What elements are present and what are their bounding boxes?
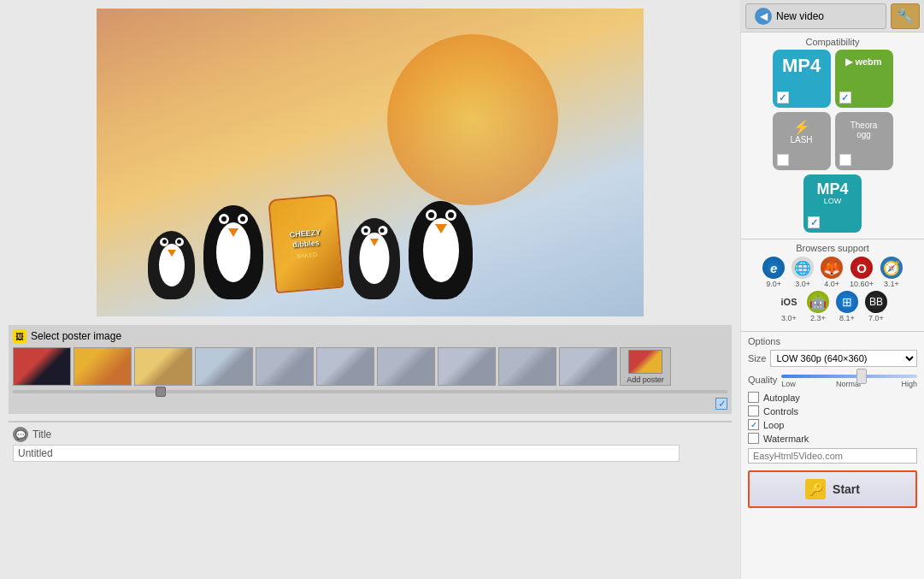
browser-chrome: 🌐 3.0+ (792, 257, 814, 288)
browser-row-1: e 9.0+ 🌐 3.0+ 🦊 4.0+ O 10.60+ 🧭 3.1+ (748, 257, 917, 288)
format-tile-mp4[interactable]: MP4 (773, 50, 831, 108)
autoplay-row: Autoplay (748, 392, 917, 403)
format-mp4low-sub: LOW (824, 197, 842, 205)
android-icon: 🤖 (807, 291, 829, 313)
thumbnail-7[interactable] (438, 347, 496, 386)
size-select[interactable]: LOW 360p (640×360) HD 720p (1280×720) HD… (770, 350, 917, 367)
watermark-row: Watermark (748, 433, 917, 444)
thumbnail-6[interactable] (377, 347, 435, 386)
start-label: Start (833, 482, 860, 496)
browser-ie: e 9.0+ (762, 257, 785, 288)
watermark-checkbox[interactable] (748, 433, 759, 444)
thumbnails-strip (13, 347, 617, 386)
windows-icon: ⊞ (836, 291, 858, 313)
browser-row-2: iOS 3.0+ 🤖 2.3+ ⊞ 8.1+ BB 7.0+ (748, 291, 917, 322)
controls-row: Controls (748, 405, 917, 417)
compatibility-section: Compatibility MP4 ▶ webm ⚡ LASH Theoraog… (741, 32, 924, 237)
thumbnail-3[interactable] (195, 347, 253, 386)
poster-icon: 🖼 (13, 329, 26, 343)
format-webm-check[interactable] (839, 92, 851, 103)
new-video-label: New video (776, 10, 824, 22)
format-mp4-name: MP4 (782, 56, 821, 75)
android-version: 2.3+ (810, 314, 826, 322)
format-tile-flash[interactable]: ⚡ LASH (773, 112, 831, 170)
left-panel: CHEEZYdibbles BAKED (0, 0, 740, 579)
title-input[interactable] (13, 445, 680, 462)
format-grid: MP4 ▶ webm ⚡ LASH Theoraogg MP4 (741, 50, 924, 237)
format-flash-name: LASH (790, 135, 812, 145)
add-poster-button[interactable]: Add poster (620, 347, 671, 386)
thumbnail-4[interactable] (256, 347, 314, 386)
format-mp4low-check[interactable] (808, 216, 820, 228)
video-preview: CHEEZYdibbles BAKED (97, 9, 644, 316)
browser-ios: iOS 3.0+ (778, 291, 800, 322)
compatibility-label: Compatibility (741, 32, 924, 50)
browsers-label: Browsers support (748, 243, 917, 253)
quality-track (781, 375, 917, 378)
quality-row: Quality Low Normal High (748, 370, 917, 388)
format-ogg-check[interactable] (839, 154, 851, 166)
thumbnail-0[interactable] (13, 347, 71, 386)
poster-select-row: 🖼 Select poster image (13, 329, 727, 343)
browser-safari: 🧭 3.1+ (880, 257, 903, 288)
thumbnail-1[interactable] (74, 347, 132, 386)
safari-version: 3.1+ (884, 280, 899, 288)
browser-blackberry: BB 7.0+ (865, 291, 887, 322)
ios-icon: iOS (778, 291, 800, 313)
title-row: 💬 Title (13, 427, 727, 442)
add-poster-thumb-preview (628, 350, 662, 374)
blackberry-icon: BB (865, 291, 887, 313)
format-tile-ogg[interactable]: Theoraogg (835, 112, 893, 170)
watermark-input[interactable] (748, 448, 917, 464)
thumbnail-2[interactable] (134, 347, 192, 386)
watermark-label: Watermark (763, 434, 809, 444)
quality-high-label: High (901, 380, 917, 388)
quality-label: Quality (748, 375, 777, 385)
opera-version: 10.60+ (850, 280, 874, 288)
start-button[interactable]: 🔑 Start (748, 470, 917, 508)
quality-thumb[interactable] (856, 369, 867, 384)
browser-firefox: 🦊 4.0+ (821, 257, 843, 288)
format-flash-icon: ⚡ (793, 119, 810, 135)
opera-icon: O (850, 257, 873, 279)
ios-version: 3.0+ (781, 314, 797, 322)
size-label: Size (748, 353, 766, 363)
loop-checkbox[interactable] (748, 419, 759, 430)
firefox-icon: 🦊 (821, 257, 843, 279)
firefox-version: 4.0+ (824, 280, 839, 288)
title-icon: 💬 (13, 427, 28, 442)
start-key-icon: 🔑 (805, 479, 826, 499)
slider-thumb[interactable] (156, 387, 166, 397)
ie-version: 9.0+ (766, 280, 781, 288)
size-row: Size LOW 360p (640×360) HD 720p (1280×72… (748, 350, 917, 367)
settings-icon: 🔧 (897, 8, 914, 24)
browser-android: 🤖 2.3+ (807, 291, 829, 322)
new-video-button[interactable]: ◀ New video (745, 3, 886, 29)
browsers-section: Browsers support e 9.0+ 🌐 3.0+ 🦊 4.0+ O … (741, 241, 924, 329)
windows-version: 8.1+ (839, 314, 855, 322)
title-label: Title (32, 428, 51, 440)
thumbnail-9[interactable] (559, 347, 617, 386)
thumbnail-8[interactable] (498, 347, 556, 386)
format-tile-mp4low[interactable]: MP4 LOW (803, 174, 862, 233)
video-scene: CHEEZYdibbles BAKED (97, 9, 644, 316)
strip-checkbox[interactable]: ✓ (715, 398, 727, 410)
right-panel: ◀ New video 🔧 Compatibility MP4 ▶ webm ⚡… (740, 0, 924, 579)
blackberry-version: 7.0+ (868, 314, 884, 322)
loop-row: Loop (748, 419, 917, 430)
format-tile-webm[interactable]: ▶ webm (835, 50, 893, 108)
browser-windows: ⊞ 8.1+ (836, 291, 858, 322)
format-flash-check[interactable] (777, 154, 789, 166)
slider-row (13, 390, 727, 393)
autoplay-label: Autoplay (763, 393, 800, 403)
controls-checkbox[interactable] (748, 405, 759, 417)
format-mp4low-name: MP4 (816, 181, 848, 197)
loop-label: Loop (763, 420, 784, 430)
autoplay-checkbox[interactable] (748, 392, 759, 403)
format-mp4-check[interactable] (777, 92, 789, 103)
chrome-icon: 🌐 (792, 257, 814, 279)
ie-icon: e (762, 257, 785, 279)
thumbnail-5[interactable] (316, 347, 374, 386)
options-icon-button[interactable]: 🔧 (891, 3, 920, 29)
safari-icon: 🧭 (880, 257, 903, 279)
